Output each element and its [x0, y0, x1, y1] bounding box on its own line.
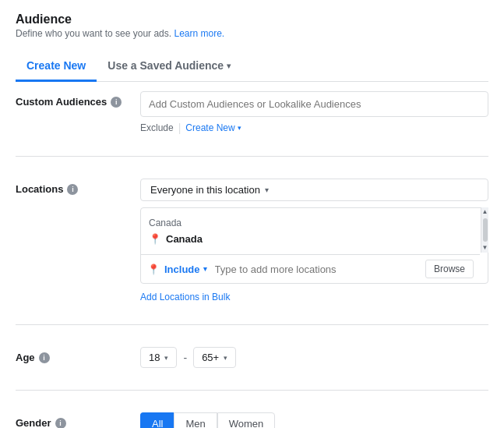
tab-bar: Create New Use a Saved Audience ▾	[16, 51, 488, 82]
location-item: 📍 Canada	[149, 230, 472, 248]
custom-audiences-actions: Exclude | Create New ▾	[140, 122, 488, 134]
gender-men-button[interactable]: Men	[174, 412, 217, 428]
age-row: Age i 18 ▾ - 65+ ▾	[16, 338, 488, 377]
chevron-down-icon: ▾	[224, 354, 227, 362]
page-subtitle: Define who you want to see your ads. Lea…	[16, 28, 488, 39]
custom-audiences-content: Exclude | Create New ▾	[140, 91, 488, 134]
age-controls: 18 ▾ - 65+ ▾	[140, 347, 488, 368]
locations-label: Locations i	[16, 179, 140, 195]
info-icon-custom-audiences[interactable]: i	[111, 97, 122, 108]
divider-3	[16, 390, 488, 391]
age-label: Age i	[16, 347, 140, 363]
location-pin-icon: 📍	[149, 233, 161, 245]
exclude-link[interactable]: Exclude	[140, 122, 174, 133]
age-content: 18 ▾ - 65+ ▾	[140, 347, 488, 368]
tab-saved-audience[interactable]: Use a Saved Audience ▾	[97, 51, 241, 82]
age-dash: -	[183, 352, 187, 364]
chevron-down-icon: ▾	[238, 124, 241, 132]
location-input-row: 📍 Include ▾ Browse	[141, 254, 480, 283]
age-min-dropdown[interactable]: 18 ▾	[140, 347, 177, 368]
locations-row: Locations i Everyone in this location ▾ …	[16, 169, 488, 312]
tab-create-new[interactable]: Create New	[16, 51, 97, 82]
chevron-down-icon: ▾	[227, 62, 231, 70]
location-pin-icon-2: 📍	[147, 264, 160, 275]
age-max-dropdown[interactable]: 65+ ▾	[193, 347, 236, 368]
location-list-header: Canada	[149, 214, 472, 230]
location-type-dropdown[interactable]: Everyone in this location ▾	[140, 179, 488, 201]
include-dropdown[interactable]: Include ▾	[164, 264, 207, 275]
location-list: Canada 📍 Canada	[141, 208, 480, 254]
location-scrollbar[interactable]: ▲ ▼	[481, 207, 488, 253]
page-header: Audience Define who you want to see your…	[16, 12, 488, 39]
gender-women-button[interactable]: Women	[217, 412, 276, 428]
info-icon-locations[interactable]: i	[67, 184, 78, 195]
gender-label: Gender i	[16, 412, 140, 428]
browse-button[interactable]: Browse	[425, 260, 474, 278]
add-locations-bulk-link[interactable]: Add Locations in Bulk	[140, 292, 488, 302]
custom-audiences-row: Custom Audiences i Exclude | Create New …	[16, 82, 488, 143]
locations-section: Everyone in this location ▾ Canada 📍 Can…	[140, 179, 488, 302]
scroll-thumb	[483, 218, 488, 242]
info-icon-gender[interactable]: i	[55, 418, 66, 429]
scroll-up-arrow[interactable]: ▲	[482, 207, 488, 217]
location-box-wrapper: Canada 📍 Canada 📍 Include ▾	[140, 207, 488, 284]
info-icon-age[interactable]: i	[39, 352, 50, 363]
gender-all-button[interactable]: All	[140, 412, 174, 428]
custom-audiences-label: Custom Audiences i	[16, 91, 140, 108]
create-new-link[interactable]: Create New ▾	[185, 122, 241, 133]
scroll-down-arrow[interactable]: ▼	[482, 243, 488, 253]
location-search-input[interactable]	[212, 262, 421, 277]
gender-content: All Men Women	[140, 412, 488, 428]
custom-audiences-input[interactable]	[140, 91, 488, 117]
page-title: Audience	[16, 12, 488, 27]
audience-panel: Audience Define who you want to see your…	[0, 0, 504, 428]
chevron-down-icon: ▾	[164, 354, 168, 362]
chevron-down-icon: ▾	[265, 186, 269, 194]
learn-more-link[interactable]: Learn more.	[174, 28, 224, 39]
divider-1	[16, 156, 488, 157]
gender-controls: All Men Women	[140, 412, 488, 428]
divider-2	[16, 324, 488, 325]
chevron-down-icon: ▾	[203, 265, 207, 273]
locations-content: Everyone in this location ▾ Canada 📍 Can…	[140, 179, 488, 302]
gender-row: Gender i All Men Women	[16, 403, 488, 428]
location-box: Canada 📍 Canada 📍 Include ▾	[140, 207, 488, 284]
